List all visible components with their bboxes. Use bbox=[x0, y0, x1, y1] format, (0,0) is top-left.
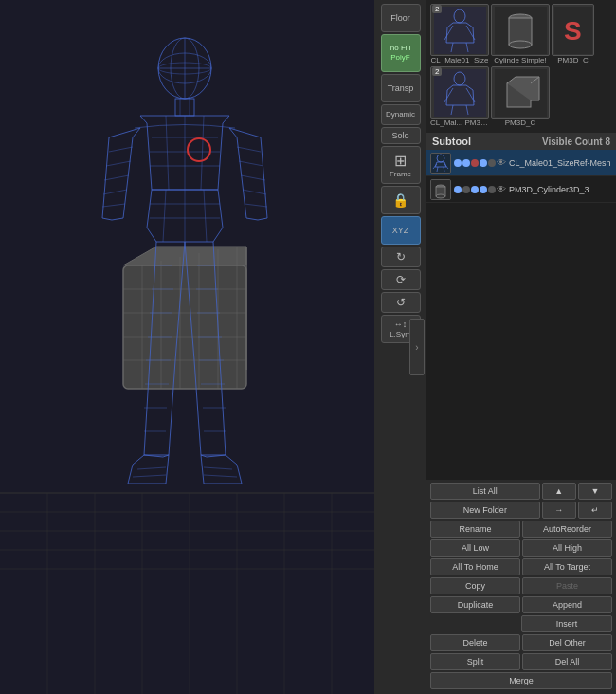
subtool-item-2[interactable]: 👁 PM3D_Cylinder3D_3 bbox=[426, 176, 616, 203]
enter-button[interactable]: ↵ bbox=[578, 502, 612, 519]
figure-canvas bbox=[0, 0, 374, 694]
btn-row-delete: Delete Del Other bbox=[430, 634, 612, 651]
svg-rect-96 bbox=[431, 154, 450, 173]
all-low-button[interactable]: All Low bbox=[430, 539, 520, 557]
subtool-icons-1: 👁 bbox=[454, 157, 506, 168]
btn-row-merge: Merge bbox=[430, 672, 612, 689]
insert-button[interactable]: Insert bbox=[521, 615, 612, 632]
all-high-button[interactable]: All High bbox=[522, 539, 612, 557]
rotate3-button[interactable]: ↺ bbox=[381, 292, 421, 313]
thumb-label-4: PM3D_C bbox=[505, 119, 535, 127]
thumb-row-1: 2 CL_Male01_Size bbox=[430, 4, 612, 64]
btn-row-insert: Insert bbox=[430, 615, 612, 632]
append-button[interactable]: Append bbox=[522, 596, 612, 613]
forward-button[interactable]: → bbox=[542, 502, 576, 519]
subtool-icons-2: 👁 bbox=[454, 184, 506, 194]
svg-rect-87 bbox=[434, 69, 486, 117]
nofill-button[interactable]: no Fill PolyF bbox=[381, 34, 421, 72]
subtool-name-1: CL_Male01_SizeRef-Mesh bbox=[509, 158, 612, 168]
all-to-home-button[interactable]: All To Home bbox=[430, 558, 520, 575]
btn-row-duplicate: Duplicate Append bbox=[430, 596, 612, 613]
thumbnails-section: 2 CL_Male01_Size bbox=[426, 0, 616, 133]
toolbar: Floor no Fill PolyF Transp Dynamic Solo … bbox=[374, 0, 426, 694]
btn-row-alllow: All Low All High bbox=[430, 539, 612, 557]
split-button[interactable]: Split bbox=[430, 653, 520, 670]
svg-point-105 bbox=[436, 194, 445, 198]
bottom-buttons: List All ▲ ▼ New Folder → ↵ Rename bbox=[426, 480, 616, 694]
thumb-item-1[interactable]: 2 CL_Male01_Size bbox=[430, 4, 489, 64]
viewport[interactable] bbox=[0, 0, 374, 694]
down-arrow-button[interactable]: ▼ bbox=[578, 483, 612, 500]
copy-button[interactable]: Copy bbox=[430, 577, 520, 594]
rename-button[interactable]: Rename bbox=[430, 520, 520, 538]
merge-button[interactable]: Merge bbox=[430, 672, 612, 689]
right-panel: 2 CL_Male01_Size bbox=[426, 0, 616, 694]
btn-row-copy: Copy Paste bbox=[430, 577, 612, 594]
duplicate-button[interactable]: Duplicate bbox=[430, 596, 520, 613]
thumb-label-2: Cylinde Simple! bbox=[494, 56, 547, 64]
del-other-button[interactable]: Del Other bbox=[522, 634, 612, 651]
subtool-count: Visible Count 8 bbox=[542, 137, 610, 147]
list-all-button[interactable]: List All bbox=[430, 483, 540, 500]
subtool-list[interactable]: 👁 CL_Male01_SizeRef-Mesh 👁 bbox=[426, 150, 616, 480]
thumb-item-3[interactable]: 2 CL_Mal... PM3D_C bbox=[430, 66, 489, 127]
thumb-row-2: 2 CL_Mal... PM3D_C bbox=[430, 66, 612, 127]
svg-text:S: S bbox=[564, 16, 582, 46]
transp-button[interactable]: Transp bbox=[381, 74, 421, 102]
subtool-header: Subtool Visible Count 8 bbox=[426, 133, 616, 150]
thumb-box-2[interactable] bbox=[491, 4, 550, 56]
new-folder-button[interactable]: New Folder bbox=[430, 502, 540, 519]
subtool-name-2: PM3D_Cylinder3D_3 bbox=[509, 185, 612, 194]
btn-row-rename: Rename AutoReorder bbox=[430, 520, 612, 538]
dynamic-button[interactable]: Dynamic bbox=[381, 104, 421, 125]
all-to-target-button[interactable]: All To Target bbox=[522, 558, 612, 575]
thumb-item-4[interactable]: PM3D_C bbox=[491, 66, 550, 127]
btn-row-newfolder: New Folder → ↵ bbox=[430, 502, 612, 519]
insert-spacer bbox=[430, 615, 519, 632]
subtool-thumb-2 bbox=[430, 179, 451, 200]
floor-button[interactable]: Floor bbox=[381, 4, 421, 32]
lock-button[interactable]: 🔒 bbox=[381, 186, 421, 214]
rotate2-button[interactable]: ⟳ bbox=[381, 269, 421, 290]
thumb-box-4[interactable] bbox=[491, 66, 550, 119]
xyz-button[interactable]: XYZ bbox=[381, 216, 421, 245]
subtool-title: Subtool bbox=[432, 136, 471, 147]
btn-row-listall: List All ▲ ▼ bbox=[430, 483, 612, 500]
thumb-item-sphere[interactable]: S PM3D_C bbox=[552, 4, 594, 64]
btn-row-split: Split Del All bbox=[430, 653, 612, 670]
delete-button[interactable]: Delete bbox=[430, 634, 520, 651]
frame-button[interactable]: ⊞ Frame bbox=[381, 146, 421, 184]
auto-reorder-button[interactable]: AutoReorder bbox=[522, 520, 612, 538]
svg-rect-75 bbox=[434, 7, 486, 54]
thumb-label-3: CL_Mal... PM3D_C bbox=[430, 119, 489, 127]
scroll-arrow[interactable]: › bbox=[409, 319, 425, 375]
thumb-label-sphere: PM3D_C bbox=[557, 56, 588, 64]
thumb-box-sphere[interactable]: S bbox=[552, 4, 594, 56]
up-arrow-button[interactable]: ▲ bbox=[542, 483, 576, 500]
svg-point-84 bbox=[509, 41, 532, 48]
btn-row-alltohome: All To Home All To Target bbox=[430, 558, 612, 575]
subtool-item-1[interactable]: 👁 CL_Male01_SizeRef-Mesh bbox=[426, 150, 616, 176]
thumb-item-2[interactable]: Cylinde Simple! bbox=[491, 4, 550, 64]
solo-button[interactable]: Solo bbox=[381, 127, 421, 144]
thumb-label-1: CL_Male01_Size bbox=[431, 56, 489, 64]
svg-rect-32 bbox=[123, 265, 246, 389]
subtool-thumb-1 bbox=[430, 153, 451, 174]
paste-button[interactable]: Paste bbox=[522, 577, 612, 594]
rotate1-button[interactable]: ↻ bbox=[381, 247, 421, 267]
del-all-button[interactable]: Del All bbox=[522, 653, 612, 670]
